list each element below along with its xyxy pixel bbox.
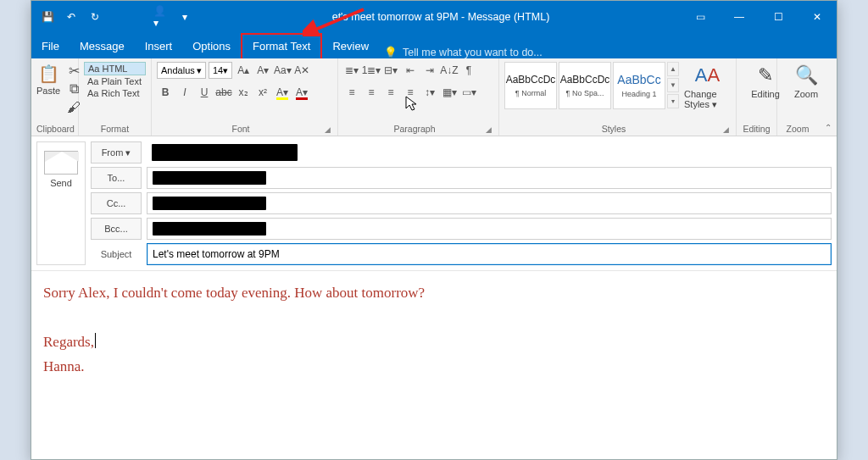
from-button[interactable]: From ▾ [91,141,142,163]
tab-options[interactable]: Options [182,35,241,58]
style-heading-1[interactable]: AaBbCcHeading 1 [613,62,665,109]
bcc-field[interactable]: user3@example.com [147,218,832,240]
ribbon: 📋 Paste ✂ ⧉ 🖌 Clipboard Aa HTML Aa Plain… [31,58,837,136]
close-button[interactable]: ✕ [798,1,837,33]
subject-label: Subject [91,249,142,259]
change-styles-button[interactable]: AA Change Styles ▾ [684,62,731,110]
font-name-select[interactable]: Andalus▾ [157,62,206,79]
to-button[interactable]: To... [91,167,142,189]
subject-field[interactable]: Let's meet tomorrow at 9PM [147,243,832,265]
change-case-icon[interactable]: Aa▾ [274,62,291,79]
font-size-select[interactable]: 14▾ [209,62,232,79]
zoom-group-label: Zoom [782,123,813,134]
bullets-button[interactable]: ≣▾ [343,62,360,79]
ribbon-display-icon[interactable]: ▭ [681,1,720,33]
align-right-button[interactable]: ≡ [382,84,399,101]
tab-format-text[interactable]: Format Text [241,33,322,58]
change-styles-icon: AA [695,62,720,89]
to-value: user1@example.com [153,171,266,185]
gallery-up-icon[interactable]: ▲ [667,62,679,76]
shading-button[interactable]: ▦▾ [441,84,458,101]
undo-icon[interactable]: ↶ [64,9,79,25]
qat-customize-icon[interactable]: ▾ [177,9,192,25]
format-html[interactable]: Aa HTML [84,62,146,75]
bcc-button[interactable]: Bcc... [91,218,142,240]
save-icon[interactable]: 💾 [40,9,55,25]
group-styles: AaBbCcDc¶ Normal AaBbCcDc¶ No Spa... AaB… [499,58,737,136]
numbering-button[interactable]: 1≣▾ [363,62,380,79]
editing-group-label: Editing [742,123,771,134]
paragraph-group-label: Paragraph [343,123,486,134]
quick-access-toolbar: 💾 ↶ ↻ 👤▾ ▾ [31,1,201,33]
collapse-ribbon-icon[interactable]: ⌃ [825,123,832,132]
ribbon-tabs: File Message Insert Options Format Text … [31,33,837,58]
title-bar: 💾 ↶ ↻ 👤▾ ▾ et's meet tomorrow at 9PM - M… [31,1,837,33]
bold-button[interactable]: B [157,84,174,101]
style-normal[interactable]: AaBbCcDc¶ Normal [504,62,557,109]
format-plain[interactable]: Aa Plain Text [84,75,146,87]
multilevel-button[interactable]: ⊟▾ [382,62,399,79]
shrink-font-icon[interactable]: A▾ [254,62,271,79]
italic-button[interactable]: I [176,84,193,101]
redo-icon[interactable]: ↻ [87,9,103,25]
tab-insert[interactable]: Insert [135,35,183,58]
font-dialog-launcher-icon[interactable]: ◢ [325,125,332,134]
line-spacing-button[interactable]: ↕▾ [421,84,438,101]
gallery-more-icon[interactable]: ▾ [667,94,679,108]
send-button[interactable]: Send [36,141,86,265]
maximize-button[interactable]: ☐ [759,1,798,33]
style-no-spacing[interactable]: AaBbCcDc¶ No Spa... [559,62,611,109]
clear-formatting-icon[interactable]: A✕ [293,62,310,79]
zoom-icon: 🔍 [795,62,818,89]
styles-dialog-launcher-icon[interactable]: ◢ [723,125,731,134]
format-rich[interactable]: Aa Rich Text [84,87,146,99]
lightbulb-icon: 💡 [384,46,398,58]
minimize-button[interactable]: — [720,1,759,33]
increase-indent-button[interactable]: ⇥ [421,62,438,79]
superscript-button[interactable]: x² [254,84,271,101]
tell-me-search[interactable]: 💡 Tell me what you want to do... [379,46,542,58]
zoom-button[interactable]: 🔍 Zoom [782,62,830,99]
grow-font-icon[interactable]: A▴ [235,62,252,79]
cc-field[interactable]: user2@example.com [147,192,832,214]
message-body[interactable]: Sorry Alex, I couldn't come today evenin… [31,270,837,390]
tab-file[interactable]: File [31,35,70,58]
group-editing: ✎ Editing Editing [737,58,777,136]
compose-header: Send From ▾ user0@example.com To... user… [31,136,837,270]
cc-button[interactable]: Cc... [91,192,142,214]
align-center-button[interactable]: ≡ [363,84,380,101]
paste-label: Paste [36,86,60,96]
decrease-indent-button[interactable]: ⇤ [402,62,419,79]
gallery-down-icon[interactable]: ▼ [667,78,679,92]
to-field[interactable]: user1@example.com [147,167,832,189]
text-cursor-icon [95,333,96,348]
account-icon[interactable]: 👤▾ [153,9,169,25]
paste-button[interactable]: 📋 Paste [36,62,60,96]
send-label: Send [50,178,72,197]
body-line-3: Hanna. [43,355,825,380]
svg-line-0 [311,9,364,31]
group-format: Aa HTML Aa Plain Text Aa Rich Text Forma… [79,58,152,136]
styles-gallery: AaBbCcDc¶ Normal AaBbCcDc¶ No Spa... AaB… [504,62,679,109]
subject-value: Let's meet tomorrow at 9PM [153,248,280,260]
show-marks-button[interactable]: ¶ [460,62,477,79]
align-left-button[interactable]: ≡ [343,84,360,101]
cc-value: user2@example.com [153,197,266,210]
justify-button[interactable]: ≡ [402,84,419,101]
group-zoom: 🔍 Zoom Zoom [777,58,818,136]
tab-review[interactable]: Review [322,35,379,58]
sort-button[interactable]: A↓Z [441,62,458,79]
font-color-button[interactable]: A▾ [293,84,310,101]
send-envelope-icon [44,151,78,175]
underline-button[interactable]: U [196,84,213,101]
strikethrough-button[interactable]: abc [215,84,232,101]
subscript-button[interactable]: x₂ [235,84,252,101]
paragraph-dialog-launcher-icon[interactable]: ◢ [486,125,493,134]
tab-message[interactable]: Message [70,35,135,58]
group-clipboard: 📋 Paste ✂ ⧉ 🖌 Clipboard [31,58,79,136]
body-line-1: Sorry Alex, I couldn't come today evenin… [43,281,825,306]
window-title: et's meet tomorrow at 9PM - Message (HTM… [201,11,681,23]
highlight-button[interactable]: A▾ [274,84,291,101]
borders-button[interactable]: ▭▾ [460,84,477,101]
font-group-label: Font [157,123,325,134]
